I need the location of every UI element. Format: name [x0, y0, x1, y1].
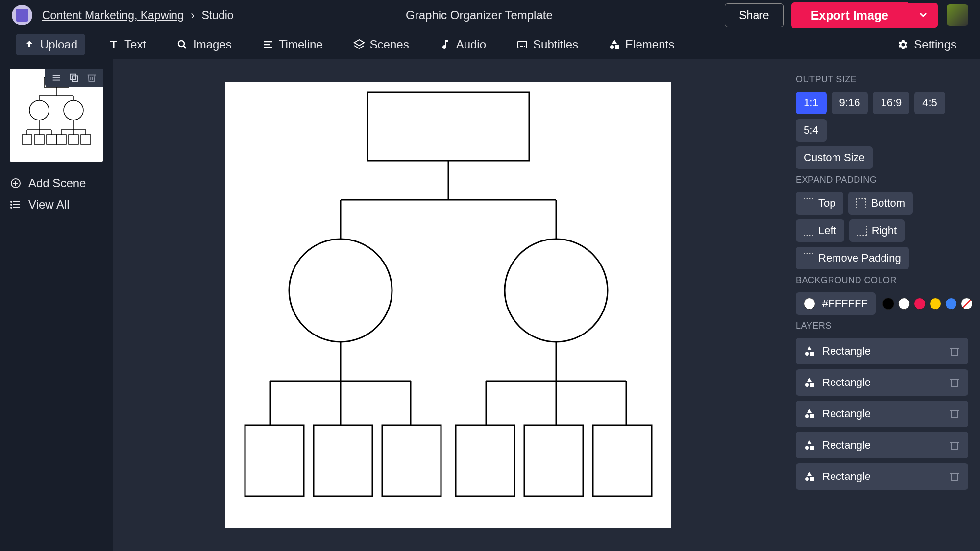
shapes-icon	[804, 471, 815, 482]
aspect-ratio-9-16[interactable]: 9:16	[832, 92, 868, 114]
layer-item[interactable]: Rectangle	[796, 401, 968, 427]
pad-top-button[interactable]: Top	[796, 192, 843, 215]
menu-images-label: Images	[193, 38, 232, 51]
aspect-ratio-row: 1:19:1616:94:55:4	[796, 92, 968, 142]
export-dropdown-button[interactable]	[908, 3, 938, 28]
swatch-white[interactable]	[898, 298, 910, 310]
pad-left-button[interactable]: Left	[796, 219, 844, 242]
menu-upload[interactable]: Upload	[16, 34, 85, 55]
output-size-label: OUTPUT SIZE	[796, 74, 968, 85]
bg-hex-value: #FFFFFF	[822, 297, 868, 310]
svg-point-23	[64, 100, 83, 120]
plus-circle-icon	[10, 177, 22, 189]
svg-rect-69	[593, 425, 652, 496]
user-avatar[interactable]	[947, 4, 968, 26]
thumbnail-tools	[45, 69, 103, 87]
left-panel: Add Scene View All	[0, 59, 113, 551]
aspect-ratio-5-4[interactable]: 5:4	[796, 119, 827, 142]
scene-thumbnail-wrap	[10, 69, 103, 162]
menu-scenes[interactable]: Scenes	[345, 34, 417, 55]
layer-item[interactable]: Rectangle	[796, 338, 968, 364]
custom-size-button[interactable]: Custom Size	[796, 146, 873, 169]
pad-bottom-label: Bottom	[871, 197, 905, 210]
reorder-icon[interactable]	[51, 72, 62, 83]
svg-point-76	[805, 414, 809, 418]
svg-point-46	[11, 201, 12, 202]
aspect-ratio-1-1[interactable]: 1:1	[796, 92, 827, 114]
swatch-none[interactable]	[961, 298, 973, 310]
canvas[interactable]	[225, 82, 671, 528]
menu-subtitles[interactable]: Subtitles	[509, 34, 586, 55]
svg-marker-5	[354, 40, 364, 46]
shapes-icon	[804, 439, 815, 451]
layer-name: Rectangle	[822, 376, 942, 389]
menu-scenes-label: Scenes	[370, 38, 409, 51]
swatch-yellow[interactable]	[930, 298, 941, 310]
layer-item[interactable]: Rectangle	[796, 369, 968, 396]
duplicate-icon[interactable]	[69, 72, 79, 83]
svg-point-82	[805, 477, 809, 481]
svg-marker-81	[807, 440, 812, 444]
svg-rect-64	[245, 425, 304, 496]
svg-point-48	[11, 207, 12, 208]
swatch-blue[interactable]	[945, 298, 957, 310]
menu-text-label: Text	[124, 38, 146, 51]
view-all-button[interactable]: View All	[10, 194, 103, 216]
pad-bottom-button[interactable]: Bottom	[848, 192, 913, 215]
menu-upload-label: Upload	[40, 38, 77, 51]
bg-color-button[interactable]: #FFFFFF	[796, 292, 876, 315]
trash-icon[interactable]	[949, 439, 960, 451]
svg-line-1	[184, 46, 187, 48]
svg-marker-84	[807, 472, 812, 476]
text-icon	[108, 39, 120, 50]
aspect-ratio-4-5[interactable]: 4:5	[914, 92, 945, 114]
dashed-box-icon	[804, 226, 813, 236]
layer-name: Rectangle	[822, 470, 942, 483]
shapes-icon	[804, 377, 815, 388]
svg-rect-10	[615, 45, 619, 49]
svg-marker-75	[807, 378, 812, 382]
menu-settings[interactable]: Settings	[889, 34, 964, 55]
add-scene-button[interactable]: Add Scene	[10, 172, 103, 194]
svg-rect-49	[368, 92, 529, 161]
pad-right-button[interactable]: Right	[849, 219, 905, 242]
trash-icon[interactable]	[949, 345, 960, 357]
svg-rect-39	[81, 135, 91, 144]
app-logo[interactable]	[12, 5, 32, 25]
layer-item[interactable]: Rectangle	[796, 432, 968, 458]
svg-point-9	[610, 45, 614, 49]
share-button[interactable]: Share	[725, 3, 783, 27]
menu-text[interactable]: Text	[100, 34, 154, 55]
current-color-swatch	[804, 298, 815, 310]
layer-item[interactable]: Rectangle	[796, 463, 968, 490]
trash-icon[interactable]	[949, 471, 960, 482]
chevron-down-icon	[917, 9, 929, 21]
svg-marker-72	[807, 346, 812, 350]
remove-padding-label: Remove Padding	[818, 252, 901, 264]
svg-rect-6	[518, 41, 527, 48]
export-button[interactable]: Export Image	[791, 2, 908, 28]
trash-icon[interactable]	[86, 72, 97, 83]
music-note-icon	[440, 39, 451, 50]
shapes-icon	[804, 408, 815, 420]
remove-padding-button[interactable]: Remove Padding	[796, 247, 909, 269]
menu-images[interactable]: Images	[169, 34, 240, 55]
swatch-red[interactable]	[914, 298, 926, 310]
menu-audio[interactable]: Audio	[432, 34, 494, 55]
project-title[interactable]: Graphic Organizer Template	[234, 8, 725, 22]
svg-rect-35	[34, 135, 44, 144]
svg-rect-38	[69, 135, 78, 144]
search-icon	[176, 39, 188, 50]
menu-elements[interactable]: Elements	[601, 34, 682, 55]
menu-audio-label: Audio	[456, 38, 486, 51]
trash-icon[interactable]	[949, 408, 960, 420]
workspace-link[interactable]: Content Marketing, Kapwing	[42, 9, 184, 22]
pad-top-label: Top	[818, 197, 835, 210]
trash-icon[interactable]	[949, 377, 960, 388]
swatch-black[interactable]	[882, 298, 894, 310]
layer-name: Rectangle	[822, 407, 942, 420]
aspect-ratio-16-9[interactable]: 16:9	[873, 92, 909, 114]
svg-rect-67	[456, 425, 514, 496]
view-all-label: View All	[28, 198, 70, 212]
menu-timeline[interactable]: Timeline	[254, 34, 331, 55]
